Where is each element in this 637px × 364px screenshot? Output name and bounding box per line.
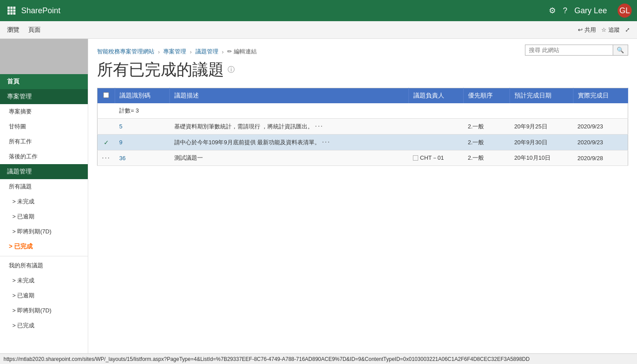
edit-link-btn[interactable]: ✏ 編輯連結 [227,48,257,56]
svg-rect-3 [7,10,10,12]
sidebar-item-expiring-7d[interactable]: > 即將到期(7D) [0,224,88,239]
sidebar: 首頁 專案管理 專案摘要 甘特圖 所有工作 落後的工作 議題管理 [0,39,88,353]
row-planned-5: 20年9月25日 [510,119,573,135]
table-header-row: 議題識別碼 議題描述 議題負責人 優先順序 預計完成日期 實 [97,88,628,104]
expand-button[interactable]: ⤢ [625,26,630,33]
breadcrumb-issue-mgmt[interactable]: 議題管理 [195,48,218,56]
issue-link-36[interactable]: 36 [119,155,125,161]
row-id-36: 36 [115,150,169,166]
col-assignee[interactable]: 議題負責人 [408,88,463,104]
col-description[interactable]: 議題描述 [170,88,408,104]
sidebar-item-my-expiring-7d[interactable]: > 即將到期(7D) [0,303,88,318]
sidebar-item-my-incomplete[interactable]: > 未完成 [0,273,88,288]
tab-browse[interactable]: 瀏覽 [7,24,19,36]
search-input[interactable] [525,45,613,56]
svg-rect-5 [13,10,15,12]
svg-rect-0 [7,7,10,9]
sidebar-item-completed[interactable]: > 已完成 [0,239,88,254]
search-area: 🔍 [525,45,628,56]
breadcrumb: 智能稅務專案管理網站 › 專案管理 › 議題管理 › ✏ 編輯連結 [97,42,257,57]
col-id[interactable]: 議題識別碼 [115,88,169,104]
status-bar: https://mtlab2020.sharepoint.com/sites/W… [0,353,637,364]
ellipsis-btn-36[interactable]: ··· [102,154,110,161]
ribbon: 瀏覽 頁面 ↩ 共用 ☆ 追蹤 ⤢ [0,21,637,39]
col-actual-date[interactable]: 實際完成日 [573,88,628,104]
ribbon-actions: ↩ 共用 ☆ 追蹤 ⤢ [578,26,630,34]
sidebar-item-all-issues[interactable]: 所有議題 [0,179,88,194]
content-area: 智能稅務專案管理網站 › 專案管理 › 議題管理 › ✏ 編輯連結 🔍 所有已完… [88,39,637,353]
sidebar-item-late-tasks[interactable]: 落後的工作 [0,149,88,164]
app-name: SharePoint [21,6,549,15]
ellipsis-btn-9[interactable]: ··· [322,138,330,146]
sidebar-item-gantt[interactable]: 甘特圖 [0,119,88,134]
breadcrumb-project-mgmt[interactable]: 專案管理 [163,48,186,56]
sidebar-item-my-issues[interactable]: 我的所有議題 [0,258,88,273]
row-assignee-9 [408,135,463,150]
settings-icon[interactable]: ⚙ [549,6,556,15]
row-desc-5: 基礎資料期別筆數統計，需請現行 ，將統計資訊匯出。 ··· [170,119,408,135]
follow-button[interactable]: ☆ 追蹤 [601,26,620,34]
svg-rect-7 [11,12,13,15]
count-label: 計數= 3 [115,103,628,119]
sidebar-item-incomplete[interactable]: > 未完成 [0,194,88,209]
share-button[interactable]: ↩ 共用 [578,26,596,34]
main-content: 首頁 專案管理 專案摘要 甘特圖 所有工作 落後的工作 議題管理 [0,39,637,353]
top-actions: ⚙ ? Gary Lee GL [549,4,632,18]
row-desc-9: 請中心於今年109年9月底前提供 最新功能及資料表清單。 ··· [170,135,408,150]
table-row: 5 基礎資料期別筆數統計，需請現行 ，將統計資訊匯出。 ··· 2.一般 20年… [97,119,628,135]
info-icon[interactable]: ⓘ [228,65,235,75]
sidebar-item-overdue[interactable]: > 已逾期 [0,209,88,224]
tab-page[interactable]: 頁面 [28,24,41,36]
row-priority-36: 2.一般 [463,150,510,166]
avatar[interactable]: GL [618,4,632,18]
assignee-checkbox-36 [413,155,418,161]
row-priority-9: 2.一般 [463,135,510,150]
sidebar-divider [0,256,88,256]
ellipsis-btn-5[interactable]: ··· [315,122,323,130]
count-row: 計數= 3 [97,103,628,119]
sidebar-section: 首頁 專案管理 專案摘要 甘特圖 所有工作 落後的工作 議題管理 [0,74,88,333]
data-table: 議題識別碼 議題描述 議題負責人 優先順序 預計完成日期 實 [97,88,628,166]
status-url: https://mtlab2020.sharepoint.com/sites/W… [4,356,530,362]
row-priority-5: 2.一般 [463,119,510,135]
row-checkbox-9: ✓ [97,135,115,150]
sidebar-logo [0,39,88,74]
count-check-cell [97,103,115,119]
sidebar-item-my-overdue[interactable]: > 已逾期 [0,288,88,303]
sidebar-item-project-summary[interactable]: 專案摘要 [0,104,88,119]
sidebar-item-my-completed[interactable]: > 已完成 [0,318,88,333]
col-planned-date[interactable]: 預計完成日期 [510,88,573,104]
search-button[interactable]: 🔍 [613,45,628,56]
sidebar-item-all-tasks[interactable]: 所有工作 [0,134,88,149]
sidebar-item-home[interactable]: 首頁 [0,74,88,89]
row-id-9: 9 [115,135,169,150]
svg-rect-6 [7,12,10,15]
svg-rect-4 [11,10,13,12]
help-icon[interactable]: ? [563,6,567,15]
col-checkbox [97,88,115,104]
select-all-checkbox[interactable] [103,92,109,98]
checkmark-9: ✓ [104,139,109,146]
row-checkbox-36: ··· [97,150,115,166]
star-icon: ☆ [601,26,607,33]
waffle-icon[interactable] [5,4,18,17]
svg-rect-1 [11,7,13,9]
sidebar-item-project-mgmt[interactable]: 專案管理 [0,89,88,104]
row-checkbox-5 [97,119,115,135]
issue-link-5[interactable]: 5 [119,123,122,130]
breadcrumb-site[interactable]: 智能稅務專案管理網站 [97,48,154,56]
row-actual-36: 2020/9/28 [573,150,628,166]
row-id-5: 5 [115,119,169,135]
avatar-initials: GL [619,6,630,15]
svg-rect-8 [13,12,15,15]
sidebar-item-issue-mgmt[interactable]: 議題管理 [0,164,88,179]
row-actual-9: 2020/9/23 [573,135,628,150]
share-icon: ↩ [578,26,583,33]
table-row: ··· 36 測試議題一 CHT－01 2.一般 [97,150,628,166]
row-assignee-36: CHT－01 [408,150,463,166]
col-priority[interactable]: 優先順序 [463,88,510,104]
svg-rect-2 [13,7,15,9]
row-planned-36: 20年10月10日 [510,150,573,166]
issue-link-9[interactable]: 9 [119,139,122,146]
row-actual-5: 2020/9/23 [573,119,628,135]
